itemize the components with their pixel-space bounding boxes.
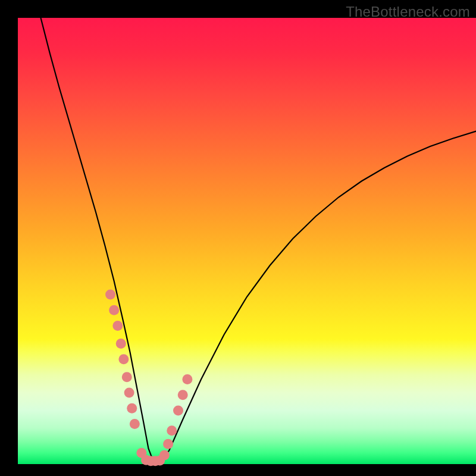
chart-frame: TheBottleneck.com bbox=[0, 0, 476, 476]
data-dot bbox=[109, 305, 119, 315]
data-dot bbox=[124, 388, 134, 398]
data-dot bbox=[182, 374, 192, 384]
data-dot bbox=[116, 339, 126, 349]
watermark-text: TheBottleneck.com bbox=[346, 4, 470, 20]
data-dot bbox=[122, 372, 132, 382]
data-dot bbox=[127, 403, 137, 414]
right-branch-dots bbox=[155, 374, 192, 466]
data-dot bbox=[130, 419, 140, 429]
data-dot bbox=[159, 450, 170, 461]
data-dot bbox=[118, 354, 129, 364]
curve-layer bbox=[18, 18, 476, 464]
data-dot bbox=[105, 290, 115, 300]
plot-area bbox=[18, 18, 476, 464]
data-dot bbox=[178, 390, 188, 400]
data-dot bbox=[112, 321, 123, 331]
data-dot bbox=[173, 406, 183, 416]
bottleneck-curve bbox=[41, 18, 477, 461]
data-dot bbox=[163, 439, 173, 449]
left-branch-dots bbox=[105, 290, 160, 466]
data-dot bbox=[167, 425, 177, 436]
